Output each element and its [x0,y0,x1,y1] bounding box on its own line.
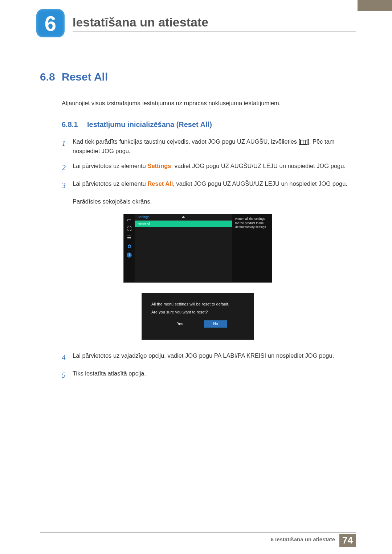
osd-confirm-dialog: All the menu settings will be reset to d… [142,293,254,340]
resize-icon: ⛶ [126,226,132,231]
section-intro: Atjaunojiet visus izstrādājuma iestatīju… [62,99,356,107]
page-footer: 6 Iestatīšana un atiestate 74 [266,534,356,547]
info-icon: i [127,253,132,258]
gear-icon: ✿ [126,244,132,249]
title-text: Settings [138,215,150,219]
step-5: 5 Tiks iestatīta atlasītā opcija. [62,369,356,381]
step-number: 5 [62,369,73,381]
monitor-icon: ▭ [126,218,132,223]
section-heading: 6.8 Reset All [40,71,356,83]
step-1: 1 Kad tiek parādīts funkcijas taustiņu c… [62,137,356,156]
chapter-title: Iestatīšana un atiestate [73,15,356,32]
dialog-line-1: All the menu settings will be reset to d… [151,301,244,307]
text: Lai pārvietotos uz elementu [73,163,147,169]
chapter-header: 6 Iestatīšana un atiestate [36,9,356,37]
text: Kad tiek parādīts funkcijas taustiņu ceļ… [73,138,300,145]
footer-chapter-ref: 6 Iestatīšana un atiestate [266,534,340,547]
step-2: 2 Lai pārvietotos uz elementu Settings, … [62,161,356,174]
page-number: 74 [339,534,356,547]
section-number: 6.8 [40,71,62,83]
bold-term: Settings [147,163,171,169]
osd-sidebar: ▭ ⛶ ☰ ✿ i [124,214,135,282]
osd-help-panel: Return all the settings for the product … [232,214,272,282]
step-text: Tiks iestatīta atlasītā opcija. [73,369,356,381]
section-title: Reset All [62,71,108,83]
list-icon: ☰ [126,235,132,240]
header-accent-stripe [358,0,392,11]
osd-screenshots: ▭ ⛶ ☰ ✿ i Settings Reset All Return all … [123,214,272,340]
subsection-title: Iestatījumu inicializēšana (Reset All) [87,120,212,129]
text: , vadiet JOG pogu UZ AUGŠU/UZ LEJU un no… [173,180,347,187]
step-4: 4 Lai pārvietotos uz vajadzīgo opciju, v… [62,351,356,364]
text: Lai pārvietotos uz elementu [73,180,147,187]
yes-button: Yes [168,320,192,328]
osd-selected-row: Reset All [135,221,232,227]
subsection-number: 6.8.1 [62,120,87,129]
osd-settings-menu: ▭ ⛶ ☰ ✿ i Settings Reset All Return all … [123,214,272,283]
menu-grid-icon [300,140,307,145]
subsection-heading: 6.8.1 Iestatījumu inicializēšana (Reset … [62,120,356,129]
step-number: 3 [62,179,73,192]
step-number: 4 [62,351,73,364]
chapter-number-badge: 6 [36,9,65,37]
step-text: Lai pārvietotos uz vajadzīgo opciju, vad… [73,351,356,364]
step-3-note: Parādīsies sekojošais ekrāns. [73,197,356,206]
dialog-line-2: Are you sure you want to reset? [151,309,244,315]
bold-term: Reset All [147,180,173,187]
step-text: Kad tiek parādīts funkcijas taustiņu ceļ… [73,137,356,156]
footer-divider [40,532,356,533]
page-content: 6.8 Reset All Atjaunojiet visus izstrādā… [40,71,356,386]
text: , vadiet JOG pogu UZ AUGŠU/UZ LEJU un no… [171,163,346,169]
osd-main-panel: Settings Reset All [135,214,232,282]
step-text: Lai pārvietotos uz elementu Reset All, v… [73,179,356,192]
up-arrow-icon [182,216,185,218]
osd-panel-title: Settings [135,214,232,221]
step-number: 2 [62,161,73,174]
no-button: No [204,320,227,328]
step-number: 1 [62,137,73,156]
step-3: 3 Lai pārvietotos uz elementu Reset All,… [62,179,356,192]
step-text: Lai pārvietotos uz elementu Settings, va… [73,161,356,174]
dialog-buttons: Yes No [151,320,244,328]
